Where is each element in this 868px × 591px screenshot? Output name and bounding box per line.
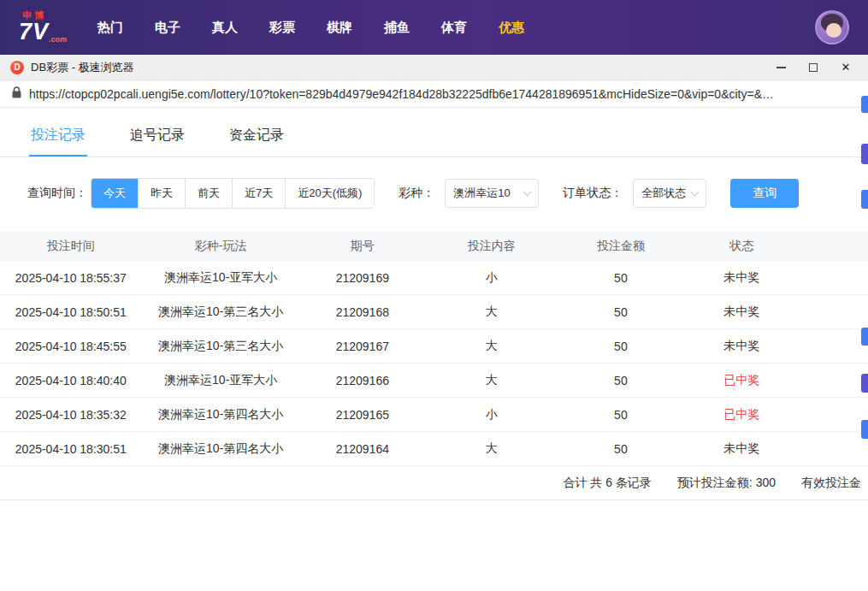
table-row: 2025-04-10 18:40:40 澳洲幸运10-亚军大小 21209166… bbox=[0, 363, 868, 398]
cell-status: 已中奖 bbox=[683, 373, 800, 388]
browser-app-icon: D bbox=[10, 61, 24, 74]
table-row: 2025-04-10 18:50:51 澳洲幸运10-第三名大小 2120916… bbox=[0, 295, 868, 329]
nav-item[interactable]: 优惠 bbox=[499, 20, 524, 36]
summary-expected-amount: 预计投注金额: 300 bbox=[677, 476, 776, 491]
column-header: 彩种-玩法 bbox=[142, 239, 300, 254]
table-header-row: 投注时间 彩种-玩法 期号 投注内容 投注金额 状态 bbox=[0, 232, 868, 261]
column-header: 期号 bbox=[300, 239, 425, 254]
nav-item[interactable]: 捕鱼 bbox=[384, 20, 410, 36]
cell-bet-amount: 50 bbox=[558, 408, 683, 422]
cell-bet-content: 大 bbox=[425, 339, 558, 354]
cell-status: 已中奖 bbox=[683, 407, 800, 423]
edge-widget[interactable] bbox=[861, 96, 868, 113]
edge-widget[interactable] bbox=[861, 190, 868, 209]
table-row: 2025-04-10 18:55:37 澳洲幸运10-亚军大小 21209169… bbox=[0, 261, 868, 295]
nav-item[interactable]: 电子 bbox=[155, 20, 180, 36]
minimize-button[interactable] bbox=[769, 58, 793, 77]
maximize-button[interactable] bbox=[801, 58, 825, 77]
order-status-select-value: 全部状态 bbox=[641, 186, 686, 201]
lock-icon bbox=[12, 86, 21, 102]
cell-bet-time: 2025-04-10 18:55:37 bbox=[0, 271, 142, 285]
main-menu: 热门 电子 真人 彩票 棋牌 捕鱼 体育 优惠 bbox=[97, 20, 524, 36]
summary-valid-amount: 有效投注金 bbox=[801, 476, 861, 491]
order-status-select[interactable]: 全部状态 bbox=[633, 179, 706, 208]
record-tab[interactable]: 追号记录 bbox=[128, 120, 186, 157]
table-summary: 合计 共 6 条记录 预计投注金额: 300 有效投注金 bbox=[0, 466, 868, 500]
cell-issue-number: 21209164 bbox=[300, 442, 425, 456]
table-row: 2025-04-10 18:30:51 澳洲幸运10-第四名大小 2120916… bbox=[0, 432, 868, 466]
cell-issue-number: 21209167 bbox=[300, 340, 425, 353]
chevron-down-icon bbox=[523, 187, 532, 196]
cell-bet-amount: 50 bbox=[558, 442, 683, 456]
lottery-filter-label: 彩种： bbox=[399, 186, 434, 201]
edge-widget[interactable] bbox=[861, 374, 868, 393]
cell-bet-amount: 50 bbox=[558, 340, 683, 353]
cell-bet-time: 2025-04-10 18:45:55 bbox=[0, 340, 142, 353]
cell-lottery-play: 澳洲幸运10-第四名大小 bbox=[142, 407, 300, 423]
table-row: 2025-04-10 18:35:32 澳洲幸运10-第四名大小 2120916… bbox=[0, 398, 868, 432]
time-filter-option[interactable]: 近20天(低频) bbox=[285, 179, 374, 208]
nav-item[interactable]: 棋牌 bbox=[327, 20, 352, 36]
chevron-down-icon bbox=[691, 187, 700, 196]
nav-item[interactable]: 真人 bbox=[212, 20, 238, 36]
cell-status: 未中奖 bbox=[683, 270, 800, 286]
edge-widget[interactable] bbox=[861, 144, 868, 164]
maximize-icon bbox=[809, 63, 818, 72]
logo-text-main: 7V bbox=[19, 21, 49, 44]
cell-issue-number: 21209166 bbox=[300, 374, 425, 387]
cell-issue-number: 21209169 bbox=[300, 271, 425, 285]
cell-bet-content: 小 bbox=[425, 407, 558, 423]
time-filter-option[interactable]: 近7天 bbox=[232, 179, 285, 208]
column-header: 状态 bbox=[683, 239, 800, 254]
cell-bet-content: 大 bbox=[425, 304, 558, 320]
summary-total-records: 合计 共 6 条记录 bbox=[563, 476, 651, 491]
cell-status: 未中奖 bbox=[683, 441, 800, 457]
filter-bar: 查询时间： 今天 昨天 前天 近7天 近20天(低频) 彩种： 澳洲幸运10 订… bbox=[27, 178, 868, 209]
window-title: DB彩票 - 极速浏览器 bbox=[31, 60, 134, 75]
column-header: 投注金额 bbox=[558, 239, 683, 254]
url-bar: https://ctopcp02pcali.uengi5e.com/lotter… bbox=[0, 80, 868, 108]
column-header: 投注时间 bbox=[0, 239, 142, 254]
record-tab[interactable]: 资金记录 bbox=[227, 120, 286, 157]
address-input[interactable]: https://ctopcp02pcali.uengi5e.com/lotter… bbox=[29, 87, 774, 101]
lottery-select-value: 澳洲幸运10 bbox=[453, 186, 510, 201]
table-row: 2025-04-10 18:45:55 澳洲幸运10-第三名大小 2120916… bbox=[0, 329, 868, 363]
time-filter-group: 今天 昨天 前天 近7天 近20天(低频) bbox=[91, 178, 375, 209]
logo-text-suffix: .com bbox=[49, 36, 67, 44]
time-filter-option[interactable]: 前天 bbox=[185, 179, 232, 208]
close-button[interactable]: ✕ bbox=[834, 58, 858, 77]
search-button[interactable]: 查询 bbox=[730, 179, 799, 208]
time-filter-label: 查询时间： bbox=[27, 186, 87, 201]
user-avatar[interactable] bbox=[815, 10, 849, 44]
avatar-face bbox=[826, 23, 841, 38]
lottery-select[interactable]: 澳洲幸运10 bbox=[445, 179, 539, 208]
cell-bet-time: 2025-04-10 18:50:51 bbox=[0, 305, 142, 319]
cell-status: 未中奖 bbox=[683, 339, 800, 354]
cell-bet-content: 大 bbox=[425, 441, 558, 457]
nav-item[interactable]: 彩票 bbox=[269, 20, 295, 36]
window-controls: ✕ bbox=[769, 58, 858, 77]
site-logo[interactable]: 申博 7V.com bbox=[19, 11, 75, 44]
minimize-icon bbox=[776, 67, 786, 68]
cell-bet-amount: 50 bbox=[558, 271, 683, 285]
cell-status: 未中奖 bbox=[683, 304, 800, 320]
record-tabs: 投注记录 追号记录 资金记录 bbox=[0, 108, 868, 157]
status-filter-label: 订单状态： bbox=[563, 186, 623, 201]
cell-lottery-play: 澳洲幸运10-第三名大小 bbox=[142, 339, 300, 354]
record-tab[interactable]: 投注记录 bbox=[29, 120, 87, 157]
cell-bet-content: 大 bbox=[425, 373, 558, 388]
nav-item[interactable]: 体育 bbox=[441, 20, 467, 36]
cell-lottery-play: 澳洲幸运10-亚军大小 bbox=[142, 373, 300, 388]
time-filter-option[interactable]: 今天 bbox=[92, 179, 138, 208]
time-filter-option[interactable]: 昨天 bbox=[138, 179, 185, 208]
cell-bet-time: 2025-04-10 18:30:51 bbox=[0, 442, 142, 456]
screen: 申博 7V.com 热门 电子 真人 彩票 棋牌 捕鱼 体育 优惠 bbox=[0, 0, 868, 591]
edge-widget[interactable] bbox=[861, 328, 868, 346]
cell-bet-amount: 50 bbox=[558, 374, 683, 387]
cell-bet-content: 小 bbox=[425, 270, 558, 286]
nav-item[interactable]: 热门 bbox=[97, 20, 123, 36]
cell-bet-time: 2025-04-10 18:35:32 bbox=[0, 408, 142, 422]
edge-widget[interactable] bbox=[861, 420, 868, 439]
cell-lottery-play: 澳洲幸运10-亚军大小 bbox=[142, 270, 300, 286]
column-header: 投注内容 bbox=[425, 239, 558, 254]
